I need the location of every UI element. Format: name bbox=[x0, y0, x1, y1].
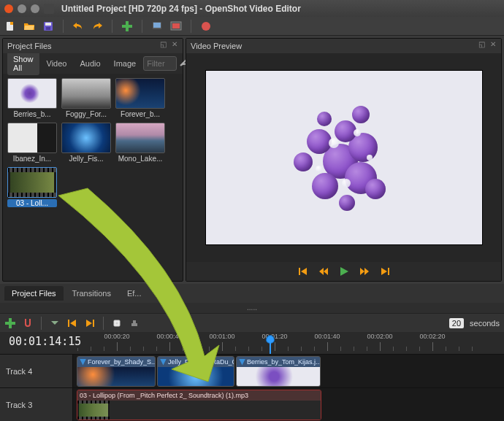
export-icon[interactable] bbox=[200, 20, 212, 32]
panel-float-icon[interactable]: ◱ bbox=[476, 40, 486, 50]
project-files-filter-tabs: Show All Video Audio Image bbox=[3, 53, 183, 74]
tab-transitions[interactable]: Transitions bbox=[65, 286, 118, 301]
razor-dropdown-icon[interactable] bbox=[49, 317, 61, 329]
file-thumb[interactable]: Ibanez_In... bbox=[7, 123, 57, 163]
window-close-button[interactable] bbox=[4, 4, 13, 13]
fast-forward-icon[interactable] bbox=[358, 265, 371, 278]
app-icon bbox=[44, 4, 54, 14]
thumbnail-image bbox=[61, 123, 111, 153]
timeline-options-icon[interactable] bbox=[129, 317, 140, 329]
zoom-seconds-value[interactable]: 20 bbox=[449, 318, 464, 328]
transport-controls bbox=[186, 262, 501, 281]
track-row: Track 3 03 - Lollipop (From _Pitch Perfe… bbox=[0, 387, 504, 421]
thumbnail-label: Ibanez_In... bbox=[7, 155, 57, 163]
ruler-tick-label: 00:02:00 bbox=[367, 333, 392, 340]
rewind-icon[interactable] bbox=[317, 265, 330, 278]
prev-marker-icon[interactable] bbox=[66, 317, 78, 329]
file-thumb[interactable]: Foggy_For... bbox=[61, 78, 111, 118]
project-files-header: Project Files ◱ ✕ bbox=[3, 39, 183, 53]
bottom-panel-tabs: Project Files Transitions Ef... bbox=[0, 284, 504, 303]
svg-rect-10 bbox=[172, 23, 180, 28]
thumbnail-label: 03 - Loll... bbox=[7, 199, 57, 207]
thumbnail-label: Forever_b... bbox=[115, 110, 165, 118]
import-files-icon[interactable] bbox=[121, 20, 133, 32]
panel-drag-handle[interactable]: ..... bbox=[0, 303, 504, 313]
video-preview-panel: Video Preview ◱ ✕ bbox=[186, 38, 502, 282]
profiles-icon[interactable] bbox=[151, 20, 163, 32]
track-body[interactable]: Forever_by_Shady_S... Jelly_Fish_by_RaDu… bbox=[73, 355, 504, 387]
jump-end-icon[interactable] bbox=[378, 265, 392, 278]
file-thumb[interactable]: Mono_Lake... bbox=[115, 123, 165, 163]
thumbnail-image bbox=[115, 123, 165, 153]
window-title: Untitled Project [HD 720p 24 fps] - Open… bbox=[61, 4, 301, 14]
track-label: Track 3 bbox=[6, 401, 32, 409]
panel-close-icon[interactable]: ✕ bbox=[169, 40, 180, 50]
svg-rect-4 bbox=[46, 27, 50, 30]
playhead[interactable] bbox=[266, 335, 275, 351]
track-label: Track 4 bbox=[6, 367, 32, 376]
svg-rect-15 bbox=[5, 322, 15, 325]
panel-close-icon[interactable]: ✕ bbox=[488, 40, 498, 50]
ruler-tick-label: 00:02:20 bbox=[419, 333, 445, 340]
tab-project-files[interactable]: Project Files bbox=[4, 286, 64, 301]
next-marker-icon[interactable] bbox=[84, 317, 96, 329]
track-header[interactable]: Track 3 bbox=[0, 388, 73, 421]
timeline-clip[interactable]: Jelly_Fish_by_RaDu_G... bbox=[157, 356, 234, 387]
timeline-toolbar: 20 seconds bbox=[0, 313, 504, 332]
panel-float-icon[interactable]: ◱ bbox=[158, 40, 168, 50]
track-header[interactable]: Track 4 bbox=[0, 355, 73, 387]
file-thumb[interactable]: Forever_b... bbox=[115, 78, 165, 118]
ruler-tick-label: 00:01:00 bbox=[209, 333, 234, 340]
svg-rect-1 bbox=[10, 22, 13, 25]
svg-rect-12 bbox=[299, 268, 300, 275]
thumbnail-image bbox=[115, 78, 165, 109]
thumbnail-image bbox=[7, 167, 57, 198]
svg-rect-20 bbox=[133, 320, 136, 323]
timeline-clip[interactable]: Berries_by_Tom_Kijas.j... bbox=[236, 356, 321, 387]
save-project-icon[interactable] bbox=[42, 20, 54, 32]
clip-marker-icon bbox=[80, 359, 86, 366]
svg-rect-21 bbox=[131, 323, 137, 326]
fullscreen-icon[interactable] bbox=[170, 20, 182, 32]
timeline-ruler[interactable]: 00:01:14:15 00:00:2000:00:4000:01:0000:0… bbox=[0, 332, 504, 354]
thumbnail-label: Mono_Lake... bbox=[115, 155, 165, 163]
snap-icon[interactable] bbox=[22, 317, 34, 329]
jump-start-icon[interactable] bbox=[297, 265, 310, 278]
project-files-panel: Project Files ◱ ✕ Show All Video Audio I… bbox=[2, 38, 183, 282]
undo-icon[interactable] bbox=[72, 20, 84, 32]
svg-rect-8 bbox=[153, 23, 161, 28]
filter-audio[interactable]: Audio bbox=[74, 56, 106, 71]
window-maximize-button[interactable] bbox=[31, 4, 39, 13]
filter-input[interactable] bbox=[143, 56, 177, 71]
open-project-icon[interactable] bbox=[23, 20, 35, 32]
add-track-icon[interactable] bbox=[4, 317, 16, 329]
tab-effects[interactable]: Ef... bbox=[120, 286, 149, 301]
thumbnail-label: Jelly_Fis... bbox=[61, 155, 111, 163]
file-thumb[interactable]: Berries_b... bbox=[7, 78, 57, 118]
ruler-tick-label: 00:00:40 bbox=[156, 333, 182, 340]
thumbnail-image bbox=[7, 78, 57, 109]
video-preview-header: Video Preview ◱ ✕ bbox=[186, 39, 501, 53]
svg-rect-16 bbox=[68, 320, 69, 327]
redo-icon[interactable] bbox=[91, 20, 103, 32]
clip-marker-icon bbox=[160, 359, 167, 366]
svg-point-19 bbox=[116, 322, 118, 324]
filter-video[interactable]: Video bbox=[41, 56, 73, 71]
filter-image[interactable]: Image bbox=[108, 56, 142, 71]
main-toolbar bbox=[0, 17, 504, 36]
new-project-icon[interactable] bbox=[4, 20, 16, 32]
timeline-clip-audio[interactable]: 03 - Lollipop (From _Pitch Perfect 2_ So… bbox=[77, 390, 321, 420]
thumbnail-label: Foggy_For... bbox=[61, 110, 111, 118]
file-thumb-selected[interactable]: 03 - Loll... bbox=[7, 167, 57, 207]
file-thumb[interactable]: Jelly_Fis... bbox=[61, 123, 111, 163]
svg-rect-17 bbox=[93, 320, 94, 327]
zoom-seconds-label: seconds bbox=[470, 319, 500, 328]
filter-show-all[interactable]: Show All bbox=[7, 52, 39, 75]
play-icon[interactable] bbox=[337, 265, 351, 278]
center-playhead-icon[interactable] bbox=[111, 317, 123, 329]
track-body[interactable]: 03 - Lollipop (From _Pitch Perfect 2_ So… bbox=[73, 388, 504, 421]
project-files-title: Project Files bbox=[7, 42, 52, 50]
timeline-clip[interactable]: Forever_by_Shady_S... bbox=[77, 356, 156, 387]
video-preview-title: Video Preview bbox=[191, 42, 242, 50]
window-minimize-button[interactable] bbox=[18, 4, 26, 13]
